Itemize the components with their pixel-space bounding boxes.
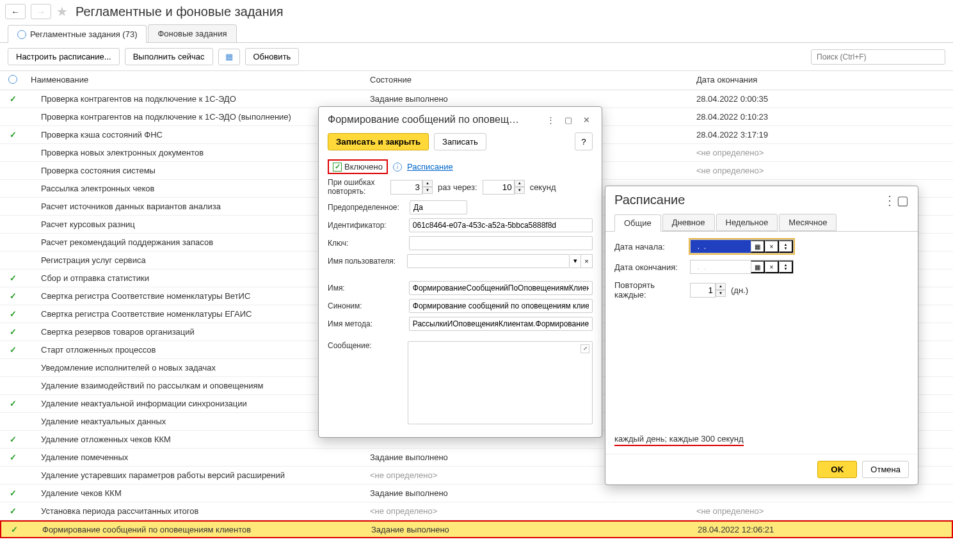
enabled-highlight: ✓ Включено — [328, 159, 388, 174]
start-date-field[interactable] — [691, 240, 751, 253]
name-cell: Установка периода рассчитанных итогов — [26, 502, 365, 520]
table-row[interactable]: ✓Формирование сообщений по оповещениям к… — [0, 520, 953, 538]
col-state-header[interactable]: Состояние — [365, 71, 691, 90]
date-cell: <не определено> — [691, 144, 953, 161]
end-date-field[interactable] — [691, 260, 751, 273]
spin-up-icon[interactable]: ▲▼ — [779, 260, 793, 273]
predef-field[interactable] — [410, 200, 467, 214]
retry-sec-spinner[interactable]: ▲▼ — [483, 180, 525, 195]
spin-up-icon[interactable]: ▲ — [422, 180, 433, 187]
check-icon: ✓ — [10, 309, 17, 319]
synonym-field[interactable] — [409, 299, 593, 313]
name-cell: Свертка резервов товаров организаций — [26, 323, 365, 340]
close-icon[interactable]: ✕ — [580, 113, 593, 126]
maximize-icon[interactable]: ▢ — [896, 194, 909, 207]
more-icon[interactable]: ⋮ — [544, 113, 557, 126]
nav-forward-button[interactable]: → — [31, 4, 51, 19]
spin-down-icon[interactable]: ▼ — [716, 290, 726, 297]
col-name-header[interactable]: Наименование — [26, 71, 365, 90]
calendar-icon[interactable]: ▦ — [751, 260, 765, 273]
name-cell: Удаление неактуальных данных — [26, 413, 365, 430]
table-row[interactable]: ✓Установка периода рассчитанных итогов<н… — [0, 502, 953, 520]
state-cell: <не определено> — [365, 502, 691, 520]
search-input[interactable] — [811, 49, 945, 65]
col-date-header[interactable]: Дата окончания — [691, 71, 953, 90]
configure-schedule-button[interactable]: Настроить расписание... — [8, 48, 120, 65]
retry-count-spinner[interactable]: ▲▼ — [390, 180, 433, 195]
refresh-button[interactable]: Обновить — [245, 48, 300, 65]
spin-down-icon[interactable]: ▼ — [515, 187, 525, 194]
schedule-link[interactable]: Расписание — [407, 162, 453, 172]
status-cell: ✓ — [0, 502, 26, 520]
nav-back-button[interactable]: ← — [5, 4, 26, 19]
dropdown-icon[interactable]: ▾ — [570, 254, 581, 268]
more-icon[interactable]: ⋮ — [883, 194, 896, 207]
execute-now-button[interactable]: Выполнить сейчас — [125, 48, 213, 65]
enabled-checkbox[interactable]: ✓ — [333, 163, 342, 172]
spin-up-icon[interactable]: ▲▼ — [779, 240, 793, 253]
repeat-input[interactable] — [690, 283, 716, 298]
end-date-label: Дата окончания: — [614, 262, 685, 272]
tab-weekly[interactable]: Недельное — [716, 214, 778, 231]
message-textarea[interactable]: ⤢ — [408, 341, 593, 424]
enabled-label: Включено — [344, 162, 383, 172]
expand-icon[interactable]: ⤢ — [581, 344, 589, 353]
tab-monthly[interactable]: Месячное — [779, 214, 837, 231]
repeat-spinner[interactable]: ▲▼ — [690, 283, 726, 298]
retry-sec-input[interactable] — [483, 180, 515, 195]
clear-icon[interactable]: × — [765, 240, 779, 253]
main-tabs: Регламентные задания (73) Фоновые задани… — [0, 24, 953, 43]
clear-icon[interactable]: × — [581, 254, 593, 268]
tab-background-jobs[interactable]: Фоновые задания — [148, 24, 236, 42]
save-and-close-button[interactable]: Записать и закрыть — [328, 133, 429, 150]
spin-up-icon[interactable]: ▲ — [515, 180, 525, 187]
status-cell: ✓ — [0, 287, 26, 305]
toolbar: Настроить расписание... Выполнить сейчас… — [0, 43, 953, 70]
favorite-star-icon[interactable]: ★ — [56, 4, 68, 19]
state-cell: Задание выполнено — [365, 484, 691, 502]
retry-count-input[interactable] — [390, 180, 422, 195]
save-button[interactable]: Записать — [434, 133, 486, 150]
spin-up-icon[interactable]: ▲ — [716, 283, 726, 290]
status-cell — [0, 113, 26, 121]
date-cell: <не определено> — [691, 162, 953, 179]
globe-icon — [17, 30, 26, 39]
calendar-icon-button[interactable]: ▦ — [218, 49, 240, 65]
status-cell: ✓ — [0, 449, 26, 466]
status-cell: ✓ — [0, 305, 26, 323]
schedule-tabs: Общие Дневное Недельное Месячное — [605, 214, 918, 232]
user-field[interactable] — [407, 254, 570, 268]
state-cell: Задание выполнено — [366, 521, 693, 538]
help-button[interactable]: ? — [575, 132, 593, 150]
tab-label: Регламентные задания (73) — [30, 29, 137, 39]
name-cell: Регистрация услуг сервиса — [26, 252, 365, 269]
clear-icon[interactable]: × — [765, 260, 779, 273]
table-row[interactable]: ✓Проверка контрагентов на подключение к … — [0, 90, 953, 108]
ok-button[interactable]: OK — [817, 461, 857, 478]
tab-scheduled-jobs[interactable]: Регламентные задания (73) — [8, 25, 147, 43]
schedule-dialog-title: Расписание ⋮ ▢ — [605, 186, 918, 214]
status-cell — [0, 418, 26, 426]
synonym-label: Синоним: — [328, 301, 404, 310]
spin-down-icon[interactable]: ▼ — [422, 187, 433, 194]
name-cell: Уведомление исполнителей о новых задачах — [26, 359, 365, 376]
errors-label: При ошибках повторять: — [328, 178, 385, 196]
cancel-button[interactable]: Отмена — [862, 461, 909, 478]
status-cell — [0, 382, 26, 390]
name-field[interactable] — [409, 281, 593, 295]
name-cell: Проверка состояния системы — [26, 162, 365, 179]
calendar-icon[interactable]: ▦ — [751, 240, 765, 253]
id-field[interactable] — [409, 218, 593, 232]
table-row[interactable]: ✓Удаление чеков ККМЗадание выполнено — [0, 484, 953, 502]
col-status-header[interactable] — [0, 71, 26, 90]
check-icon: ✓ — [10, 435, 17, 444]
tab-daily[interactable]: Дневное — [662, 214, 715, 231]
help-icon[interactable]: i — [393, 163, 402, 172]
maximize-icon[interactable]: ▢ — [562, 113, 575, 126]
tab-general[interactable]: Общие — [614, 214, 661, 232]
status-cell: ✓ — [0, 395, 26, 412]
check-icon: ✓ — [11, 525, 18, 534]
check-icon: ✓ — [10, 399, 17, 408]
method-field[interactable] — [409, 317, 593, 331]
key-field[interactable] — [409, 236, 593, 250]
